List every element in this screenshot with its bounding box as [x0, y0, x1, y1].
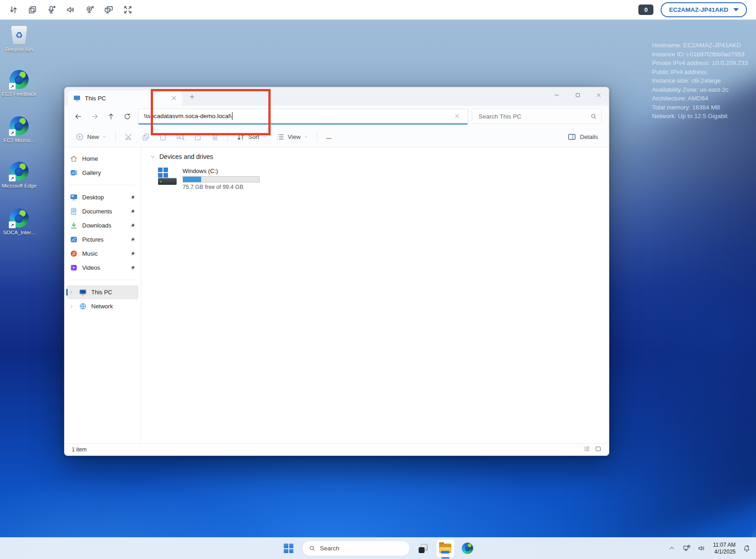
session-name: EC2AMAZ-JP41AKD — [669, 6, 728, 13]
view-button[interactable]: View — [272, 129, 313, 144]
shortcut-arrow-icon: ↗ — [9, 129, 16, 136]
cut-icon[interactable] — [120, 129, 137, 144]
pin-icon — [130, 237, 135, 242]
tab-close-icon[interactable] — [168, 93, 179, 104]
session-menu-button[interactable]: EC2AMAZ-JP41AKD — [661, 2, 747, 17]
network-tray-icon[interactable] — [680, 540, 693, 557]
sidebar-item-downloads[interactable]: Downloads — [67, 218, 138, 233]
start-button[interactable] — [280, 539, 298, 558]
instance-info: Hostname: EC2AMAZ-JP41AKD Instance ID: i… — [652, 41, 748, 121]
maximize-icon[interactable] — [567, 87, 588, 103]
search-input[interactable] — [478, 113, 588, 120]
multi-monitor-icon[interactable] — [99, 2, 118, 18]
sidebar-item-music[interactable]: Music — [67, 247, 138, 261]
folder-icon — [439, 544, 451, 553]
more-options-button[interactable]: … — [321, 129, 337, 144]
new-label: New — [87, 134, 99, 140]
edge-shortcut-icon: ↗ — [10, 70, 29, 89]
transfer-icon[interactable] — [4, 2, 23, 18]
chevron-down-icon — [150, 154, 155, 159]
forward-icon[interactable] — [86, 109, 103, 124]
fullscreen-icon[interactable] — [118, 2, 137, 18]
taskbar-search-label: Search — [320, 545, 340, 552]
sidebar-item-pictures[interactable]: Pictures — [67, 233, 138, 247]
shortcut-arrow-icon: ↗ — [9, 221, 16, 228]
pin-icon — [130, 251, 135, 256]
up-icon[interactable] — [103, 109, 119, 124]
sidebar-item-home[interactable]: Home — [67, 152, 138, 166]
sidebar-item-network[interactable]: Network — [67, 299, 138, 313]
notification-count-badge[interactable]: 0 — [638, 5, 653, 15]
videos-icon — [70, 264, 78, 272]
pin-icon — [130, 223, 135, 228]
desktop-icon-ec2-microsoft[interactable]: ↗ EC2 Micros... — [1, 114, 37, 143]
title-bar[interactable]: This PC — [64, 87, 609, 106]
sidebar-item-documents[interactable]: Documents — [67, 204, 138, 218]
instance-info-line: Private IPv4 address: 10.0.209.233 — [652, 59, 748, 68]
instance-info-line: Architecture: AMD64 — [652, 94, 748, 103]
microphone-disabled-icon[interactable] — [42, 2, 61, 18]
delete-icon[interactable] — [206, 129, 223, 144]
notification-bell-icon[interactable] — [740, 540, 753, 557]
desktop-icon-microsoft-edge[interactable]: ↗ Microsoft Edge — [1, 160, 37, 189]
desktop-icon-soca-internal[interactable]: ↗ SOCA_Inter... — [1, 207, 37, 236]
audio-icon[interactable] — [61, 2, 80, 18]
search-icon[interactable] — [588, 110, 599, 122]
music-icon — [70, 250, 78, 257]
rename-icon[interactable] — [172, 129, 189, 144]
windows-icon[interactable] — [23, 2, 42, 18]
details-button[interactable]: Details — [563, 129, 603, 144]
volume-tray-icon[interactable] — [695, 540, 708, 557]
file-explorer-taskbar-button[interactable] — [436, 539, 455, 558]
sidebar-item-this-pc[interactable]: This PC — [67, 285, 138, 299]
search-icon — [309, 545, 316, 552]
copy-icon[interactable] — [137, 129, 154, 144]
taskbar-search[interactable]: Search — [302, 540, 410, 556]
details-label: Details — [580, 134, 598, 140]
clear-address-icon[interactable] — [451, 111, 462, 122]
back-icon[interactable] — [70, 109, 86, 124]
new-button[interactable]: New — [71, 129, 111, 144]
new-tab-icon[interactable] — [187, 91, 198, 102]
drive-free-text: 75.7 GB free of 99.4 GB — [183, 184, 260, 190]
sidebar-item-videos[interactable]: Videos — [67, 261, 138, 275]
desktop-icon-recycle-bin[interactable]: ♻ Recycle Bin — [1, 24, 37, 53]
taskbar-clock[interactable]: 11:07 AM 4/1/2025 — [710, 542, 738, 555]
minimize-icon[interactable] — [546, 87, 567, 103]
details-view-icon[interactable] — [583, 445, 590, 454]
refresh-icon[interactable] — [119, 109, 135, 124]
task-view-button[interactable] — [414, 539, 432, 558]
sidebar-item-label: Home — [82, 155, 98, 162]
address-bar[interactable]: \\socadatasvm.soca-demo.local\ — [138, 109, 468, 124]
network-icon — [79, 302, 87, 310]
instance-info-line: Total memory: 16384 MB — [652, 103, 748, 112]
search-box[interactable] — [472, 109, 602, 124]
large-icons-view-icon[interactable] — [595, 445, 602, 454]
section-title: Devices and drives — [159, 153, 213, 160]
tab-this-pc[interactable]: This PC — [68, 90, 182, 106]
devices-and-drives-header[interactable]: Devices and drives — [150, 153, 609, 160]
close-icon[interactable] — [588, 87, 609, 103]
desktop-icon-label: Recycle Bin — [1, 46, 37, 53]
divider — [69, 280, 136, 280]
edge-taskbar-button[interactable] — [459, 539, 477, 558]
desktop-icon-label: EC2 Feedback — [1, 91, 37, 97]
sidebar-item-label: Pictures — [82, 236, 104, 243]
drive-windows-c[interactable]: Windows (C:) 75.7 GB free of 99.4 GB — [158, 168, 280, 190]
webcam-disabled-icon[interactable] — [80, 2, 99, 18]
chevron-right-icon[interactable] — [69, 304, 74, 309]
sort-button[interactable]: Sort — [232, 129, 272, 144]
sort-label: Sort — [248, 134, 259, 140]
downloads-icon — [70, 222, 78, 229]
sidebar-item-desktop[interactable]: Desktop — [67, 190, 138, 204]
pin-icon — [130, 195, 135, 200]
desktop-icon-label: Microsoft Edge — [1, 183, 37, 189]
paste-icon[interactable] — [154, 129, 172, 144]
hidden-icons-chevron[interactable] — [665, 540, 678, 557]
sidebar-item-label: Desktop — [82, 194, 104, 201]
sidebar-item-gallery[interactable]: Gallery — [67, 166, 138, 180]
dcv-toolbar-right: 0 EC2AMAZ-JP41AKD — [638, 2, 752, 17]
desktop-icon-ec2-feedback[interactable]: ↗ EC2 Feedback — [1, 68, 37, 97]
chevron-right-icon[interactable] — [69, 290, 74, 295]
share-icon[interactable] — [189, 129, 206, 144]
